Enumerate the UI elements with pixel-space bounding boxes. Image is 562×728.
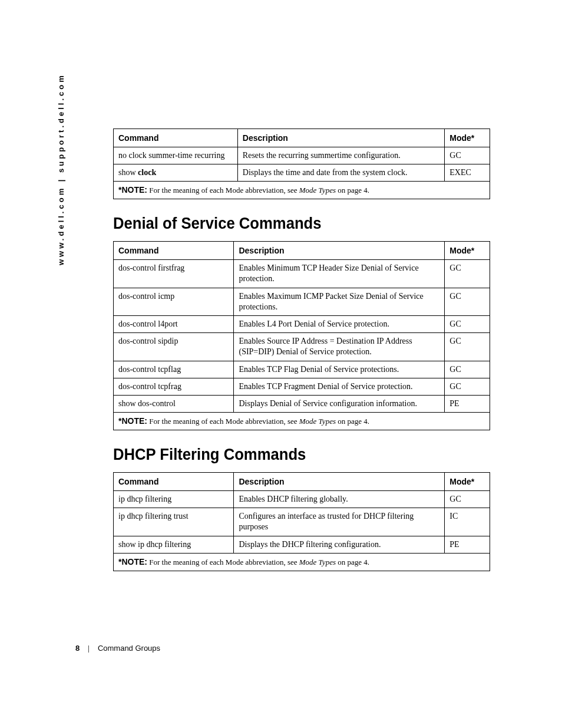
table-row: dos-control tcpflagEnables TCP Flag Deni… [114, 361, 490, 378]
table-row: ip dhcp filtering trustConfigures an int… [114, 508, 490, 536]
table-row: show ip dhcp filteringDisplays the DHCP … [114, 536, 490, 553]
cell-description: Enables TCP Flag Denial of Service prote… [234, 361, 445, 378]
cell-command: ip dhcp filtering [114, 491, 234, 508]
cell-mode: GC [445, 316, 490, 333]
table-row: dos-control icmpEnables Maximum ICMP Pac… [114, 288, 490, 315]
th-command: Command [114, 473, 234, 491]
footer-title: Command Groups [98, 644, 160, 653]
cell-mode: GC [445, 333, 490, 361]
table-note-row: *NOTE: For the meaning of each Mode abbr… [114, 553, 490, 571]
th-description: Description [234, 242, 445, 260]
table-header-row: Command Description Mode* [114, 129, 490, 147]
table-note-row: *NOTE: For the meaning of each Mode abbr… [114, 413, 490, 430]
table-row: dos-control tcpfragEnables TCP Fragment … [114, 378, 490, 395]
table-row: dos-control sipdipEnables Source IP Addr… [114, 333, 490, 361]
cell-description: Enables Minimum TCP Header Size Denial o… [234, 260, 445, 288]
table-row: dos-control firstfragEnables Minimum TCP… [114, 260, 490, 288]
th-description: Description [234, 473, 445, 491]
dos-commands-table: Command Description Mode* dos-control fi… [113, 241, 490, 430]
table-row: dos-control l4portEnables L4 Port Denial… [114, 316, 490, 333]
cell-mode: IC [445, 508, 490, 536]
table-note-row: *NOTE: For the meaning of each Mode abbr… [114, 182, 490, 199]
table-row: show dos-controlDisplays Denial of Servi… [114, 395, 490, 412]
cell-command: dos-control tcpflag [114, 361, 234, 378]
page-number: 8 [75, 644, 80, 653]
clock-commands-table: Command Description Mode* no clock summe… [113, 129, 490, 199]
cell-description: Enables DHCP filtering globally. [234, 491, 445, 508]
table-header-row: Command Description Mode* [114, 242, 490, 260]
th-mode: Mode* [445, 473, 490, 491]
section-heading-dhcp: DHCP Filtering Commands [113, 446, 471, 464]
cell-description: Displays Denial of Service configuration… [234, 395, 445, 412]
cell-mode: GC [445, 260, 490, 288]
cell-mode: GC [445, 288, 490, 315]
cell-description: Displays the time and date from the syst… [237, 164, 444, 182]
cell-command: dos-control icmp [114, 288, 234, 315]
cell-description: Configures an interface as trusted for D… [234, 508, 445, 536]
cell-description: Enables TCP Fragment Denial of Service p… [234, 378, 445, 395]
cell-description: Displays the DHCP filtering configuratio… [234, 536, 445, 553]
cell-description: Enables L4 Port Denial of Service protec… [234, 316, 445, 333]
table-row: show clock Displays the time and date fr… [114, 164, 490, 182]
cell-mode: PE [445, 536, 490, 553]
cell-mode: GC [445, 491, 490, 508]
cell-command: dos-control l4port [114, 316, 234, 333]
cell-description: Resets the recurring summertime configur… [237, 147, 444, 164]
cell-mode: EXEC [445, 164, 490, 182]
cell-command: show dos-control [114, 395, 234, 412]
dhcp-commands-table: Command Description Mode* ip dhcp filter… [113, 472, 490, 571]
footer-separator: | [88, 644, 90, 653]
table-note: *NOTE: For the meaning of each Mode abbr… [114, 553, 490, 571]
cell-mode: PE [445, 395, 490, 412]
cell-description: Enables Maximum ICMP Packet Size Denial … [234, 288, 445, 315]
cell-command: dos-control firstfrag [114, 260, 234, 288]
section-heading-dos: Denial of Service Commands [113, 215, 471, 233]
table-row: no clock summer-time recurring Resets th… [114, 147, 490, 164]
table-header-row: Command Description Mode* [114, 473, 490, 491]
table-note: *NOTE: For the meaning of each Mode abbr… [114, 182, 490, 199]
th-description: Description [237, 129, 444, 147]
th-mode: Mode* [445, 242, 490, 260]
th-command: Command [114, 242, 234, 260]
side-url-text: www.dell.com | support.dell.com [57, 73, 65, 265]
cell-command: ip dhcp filtering trust [114, 508, 234, 536]
page-footer: 8 | Command Groups [75, 644, 160, 653]
th-command: Command [114, 129, 238, 147]
cell-command: show ip dhcp filtering [114, 536, 234, 553]
cell-command: show clock [114, 164, 238, 182]
table-row: ip dhcp filteringEnables DHCP filtering … [114, 491, 490, 508]
cell-mode: GC [445, 147, 490, 164]
cell-command: no clock summer-time recurring [114, 147, 238, 164]
page-content: Command Description Mode* no clock summe… [113, 129, 490, 571]
table-note: *NOTE: For the meaning of each Mode abbr… [114, 413, 490, 430]
th-mode: Mode* [445, 129, 490, 147]
cell-mode: GC [445, 378, 490, 395]
cell-mode: GC [445, 361, 490, 378]
cell-command: dos-control tcpfrag [114, 378, 234, 395]
cell-command: dos-control sipdip [114, 333, 234, 361]
cell-description: Enables Source IP Address = Destination … [234, 333, 445, 361]
